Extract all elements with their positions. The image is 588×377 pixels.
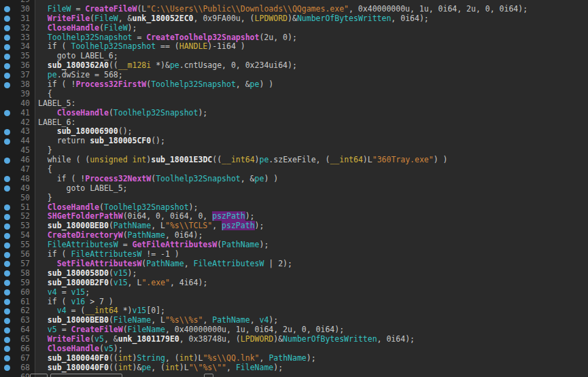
breakpoint-icon[interactable] (4, 44, 10, 50)
breakpoint-gutter[interactable] (0, 99, 14, 109)
code-line[interactable]: 46 while ( (unsigned int)sub_18001E3DC((… (0, 156, 588, 165)
breakpoint-gutter[interactable] (0, 42, 14, 52)
code-line[interactable]: 59 sub_18000B2F0(v15, L".exe", 4i64); (0, 279, 588, 288)
breakpoint-gutter[interactable] (0, 363, 14, 373)
breakpoint-gutter[interactable] (0, 203, 14, 213)
breakpoint-gutter[interactable] (0, 33, 14, 43)
code-line[interactable]: 40LABEL_5: (0, 99, 588, 109)
code-line[interactable]: 67 sub_1800040F0((int)String, (int)L"%s\… (0, 354, 588, 363)
breakpoint-gutter[interactable] (0, 250, 14, 259)
breakpoint-gutter[interactable] (0, 269, 14, 279)
breakpoint-gutter[interactable] (0, 61, 14, 71)
code-line[interactable]: 64 v5 = CreateFileW(FileName, 0x40000000… (0, 325, 588, 335)
code-line[interactable]: 43 sub_180006900(); (0, 127, 588, 137)
breakpoint-gutter[interactable] (0, 306, 14, 316)
breakpoint-icon[interactable] (4, 365, 10, 371)
code-line[interactable]: 55 FileAttributesW = GetFileAttributesW(… (0, 240, 588, 250)
code-line[interactable]: 45 } (0, 146, 588, 156)
breakpoint-icon[interactable] (4, 129, 10, 135)
code-line[interactable]: 60 v4 = v15; (0, 288, 588, 298)
breakpoint-gutter[interactable] (0, 231, 14, 240)
breakpoint-gutter[interactable] (0, 184, 14, 194)
code-line[interactable]: 31 WriteFile(FileW, &unk_180052EC0, 0x9F… (0, 14, 588, 24)
breakpoint-icon[interactable] (4, 318, 10, 324)
code-line[interactable]: 63 sub_18000BEB0(FileName, L"%s\\%s", Pa… (0, 316, 588, 325)
breakpoint-gutter[interactable] (0, 165, 14, 175)
code-line[interactable]: 37 pe.dwSize = 568; (0, 71, 588, 80)
breakpoint-gutter[interactable] (0, 279, 14, 288)
breakpoint-gutter[interactable] (0, 175, 14, 184)
code-line[interactable]: 58 sub_1800058D0(v15); (0, 269, 588, 279)
breakpoint-icon[interactable] (4, 261, 10, 267)
code-line[interactable]: 44 return sub_180005CF0(); (0, 137, 588, 146)
breakpoint-icon[interactable] (4, 16, 10, 22)
breakpoint-icon[interactable] (4, 158, 10, 164)
breakpoint-icon[interactable] (4, 346, 10, 352)
breakpoint-icon[interactable] (4, 6, 10, 12)
breakpoint-icon[interactable] (4, 63, 10, 69)
code-line[interactable]: 36 sub_1800362A0((__m128i *)&pe.cntUsage… (0, 61, 588, 71)
code-line[interactable]: 33 Toolhelp32Snapshot = CreateToolhelp32… (0, 33, 588, 43)
code-line[interactable]: 30 FileW = CreateFileW(L"C:\\Users\\Publ… (0, 5, 588, 14)
breakpoint-gutter[interactable] (0, 288, 14, 298)
breakpoint-icon[interactable] (4, 54, 10, 60)
breakpoint-icon[interactable] (4, 25, 10, 31)
breakpoint-icon[interactable] (4, 252, 10, 258)
breakpoint-gutter[interactable] (0, 316, 14, 325)
breakpoint-gutter[interactable] (0, 118, 14, 128)
code-line[interactable]: 53 sub_18000BEB0(PathName, L"%s\\TCLS", … (0, 221, 588, 231)
breakpoint-gutter[interactable] (0, 137, 14, 146)
breakpoint-gutter[interactable] (0, 146, 14, 156)
breakpoint-icon[interactable] (4, 299, 10, 305)
code-line[interactable]: 32 CloseHandle(FileW); (0, 24, 588, 33)
breakpoint-icon[interactable] (4, 355, 10, 361)
breakpoint-icon[interactable] (4, 82, 10, 88)
code-line[interactable]: 34 if ( Toolhelp32Snapshot == (HANDLE)-1… (0, 42, 588, 52)
breakpoint-gutter[interactable] (0, 344, 14, 354)
breakpoint-gutter[interactable] (0, 24, 14, 33)
breakpoint-gutter[interactable] (0, 212, 14, 221)
code-line[interactable]: 51 CloseHandle(Toolhelp32Snapshot); (0, 203, 588, 213)
code-line[interactable]: 41 CloseHandle(Toolhelp32Snapshot); (0, 109, 588, 118)
breakpoint-gutter[interactable] (0, 335, 14, 344)
breakpoint-gutter[interactable] (0, 52, 14, 61)
code-line[interactable]: 61 if ( v16 > 7 ) (0, 298, 588, 307)
breakpoint-gutter[interactable] (0, 298, 14, 307)
breakpoint-gutter[interactable] (0, 127, 14, 137)
breakpoint-icon[interactable] (4, 204, 10, 211)
breakpoint-icon[interactable] (4, 280, 10, 286)
breakpoint-gutter[interactable] (0, 156, 14, 165)
code-line[interactable]: 52 SHGetFolderPathW(0i64, 0, 0i64, 0, ps… (0, 212, 588, 221)
breakpoint-icon[interactable] (4, 289, 10, 295)
breakpoint-icon[interactable] (4, 73, 10, 79)
breakpoint-icon[interactable] (4, 35, 10, 41)
breakpoint-gutter[interactable] (0, 194, 14, 203)
breakpoint-gutter[interactable] (0, 259, 14, 269)
code-line[interactable]: 48 if ( !Process32NextW(Toolhelp32Snapsh… (0, 175, 588, 184)
code-line[interactable]: 39 { (0, 90, 588, 99)
breakpoint-icon[interactable] (4, 327, 10, 334)
breakpoint-gutter[interactable] (0, 325, 14, 335)
code-line[interactable]: 62 v4 = (__int64 *)v15[0]; (0, 306, 588, 316)
breakpoint-gutter[interactable] (0, 354, 14, 363)
breakpoint-icon[interactable] (4, 243, 10, 249)
breakpoint-icon[interactable] (4, 270, 10, 276)
breakpoint-gutter[interactable] (0, 0, 14, 5)
breakpoint-gutter[interactable] (0, 5, 14, 14)
breakpoint-icon[interactable] (4, 337, 10, 343)
code-line[interactable]: 66 CloseHandle(v5); (0, 344, 588, 354)
code-line[interactable]: 65 WriteFile(v5, &unk_1801179E0, 0x38748… (0, 335, 588, 344)
breakpoint-gutter[interactable] (0, 14, 14, 24)
breakpoint-icon[interactable] (4, 185, 10, 192)
code-line[interactable]: 47 { (0, 165, 588, 175)
breakpoint-gutter[interactable] (0, 373, 14, 377)
breakpoint-icon[interactable] (4, 110, 10, 116)
code-line[interactable]: 54 CreateDirectoryW(PathName, 0i64); (0, 231, 588, 240)
code-line[interactable]: 38 if ( !Process32FirstW(Toolhelp32Snaps… (0, 80, 588, 90)
code-line[interactable]: 56 if ( FileAttributesW != -1 ) (0, 250, 588, 259)
breakpoint-icon[interactable] (4, 223, 10, 230)
code-line[interactable]: 42LABEL_6: (0, 118, 588, 128)
code-line[interactable]: 50 } (0, 194, 588, 203)
code-line[interactable]: 49 goto LABEL_5; (0, 184, 588, 194)
breakpoint-gutter[interactable] (0, 240, 14, 250)
